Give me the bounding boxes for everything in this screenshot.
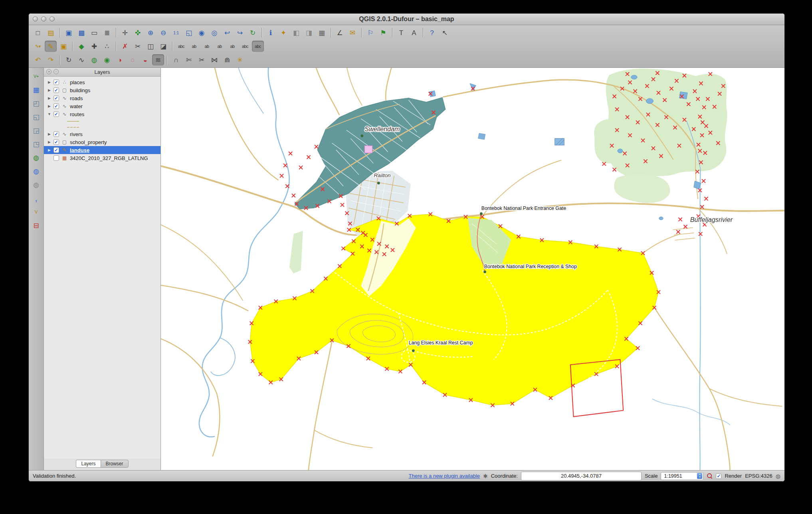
expander-icon[interactable]: ▶ xyxy=(47,96,51,100)
coordinate-input[interactable] xyxy=(521,472,642,480)
composer-manager-button[interactable]: ≣ xyxy=(101,27,113,38)
save-layer-edits-button[interactable]: ▣ xyxy=(57,41,69,52)
deselect-features-button[interactable]: ◨ xyxy=(303,27,315,38)
layer-checkbox[interactable]: ✓ xyxy=(53,79,59,85)
close-button[interactable] xyxy=(33,16,38,22)
minimize-button[interactable] xyxy=(41,16,46,22)
map-canvas[interactable]: SwellendamRailtonBuffeljagsrivierBontebo… xyxy=(161,68,784,470)
delete-part-button[interactable]: ◒ xyxy=(139,54,151,65)
add-mssql-layer-button[interactable]: ◲ xyxy=(30,125,42,136)
layer-checkbox[interactable]: ✓ xyxy=(53,131,59,137)
layer-checkbox[interactable]: ✓ xyxy=(53,139,59,145)
zoom-button[interactable] xyxy=(50,16,55,22)
layer-checkbox[interactable] xyxy=(53,155,59,161)
select-features-button[interactable]: ◧ xyxy=(290,27,302,38)
add-postgis-layer-button[interactable]: ◰ xyxy=(30,97,42,109)
layer-item-routes[interactable]: ▼✓∿routes xyxy=(44,110,160,118)
crs-icon[interactable]: ◍ xyxy=(776,473,780,479)
run-feature-action-button[interactable]: ✦ xyxy=(277,27,289,38)
expander-icon[interactable]: ▶ xyxy=(47,140,51,144)
layer-item-buildings[interactable]: ▶✓▢buildings xyxy=(44,86,160,94)
layer-item-roads[interactable]: ▶✓∿roads xyxy=(44,94,160,102)
delete-ring-button[interactable]: ◌ xyxy=(127,54,139,65)
add-raster-layer-button[interactable]: ▦ xyxy=(30,84,42,96)
add-part-button[interactable]: ◉ xyxy=(101,54,113,65)
paste-features-button[interactable]: ◪ xyxy=(157,41,169,52)
text-annotation-button[interactable]: T xyxy=(395,27,407,38)
delete-selected-button[interactable]: ✗ xyxy=(119,41,131,52)
layer-item-water[interactable]: ▶✓∿water xyxy=(44,102,160,110)
add-wfs-layer-button[interactable]: ◍ xyxy=(30,179,42,191)
scale-combo[interactable]: 1:19951 ▴▾ xyxy=(661,472,703,480)
zoom-last-button[interactable]: ↩ xyxy=(221,27,233,38)
open-project-button[interactable]: ▤ xyxy=(45,27,57,38)
add-feature-button[interactable]: ◆ xyxy=(75,41,87,52)
label-show-hide-button[interactable]: ab xyxy=(226,41,238,52)
pan-to-selection-button[interactable]: ✜ xyxy=(132,27,144,38)
expander-icon[interactable]: ▶ xyxy=(47,88,51,92)
simplify-feature-button[interactable]: ∿ xyxy=(75,54,87,65)
expander-icon[interactable]: ▼ xyxy=(47,112,51,116)
split-features-button[interactable]: ✂ xyxy=(196,54,208,65)
layer-checkbox[interactable]: ✓ xyxy=(53,111,59,117)
render-checkbox[interactable]: ✓ xyxy=(716,473,721,479)
new-print-composer-button[interactable]: ▭ xyxy=(88,27,100,38)
merge-features-button[interactable]: ⋈ xyxy=(208,54,220,65)
layer-checkbox[interactable]: ✓ xyxy=(53,103,59,109)
split-parts-button[interactable]: ✄ xyxy=(183,54,195,65)
label-properties-button[interactable]: abc xyxy=(252,41,264,52)
expander-icon[interactable]: ▶ xyxy=(47,104,51,108)
zoom-in-button[interactable]: ⊕ xyxy=(145,27,156,38)
toggle-editing-button[interactable]: ✎ xyxy=(45,41,57,52)
zoom-to-layer-button[interactable]: ◎ xyxy=(208,27,220,38)
panel-float-icon[interactable]: ◦ xyxy=(53,69,59,74)
layer-checkbox[interactable]: ✓ xyxy=(53,87,59,93)
expander-icon[interactable]: ▶ xyxy=(47,132,51,136)
tab-browser[interactable]: Browser xyxy=(101,460,129,468)
layer-checkbox[interactable]: ✓ xyxy=(53,95,59,101)
add-vector-layer-button[interactable]: V+ xyxy=(30,70,42,82)
plugin-icon[interactable]: ✱ xyxy=(483,473,488,479)
rotate-feature-button[interactable]: ↻ xyxy=(63,54,75,65)
current-edits-button[interactable]: ✎▾ xyxy=(32,41,44,52)
help-button[interactable]: ? xyxy=(426,27,438,38)
new-project-button[interactable]: □ xyxy=(32,27,44,38)
fill-ring-button[interactable]: ◑ xyxy=(114,54,126,65)
map-area[interactable]: SwellendamRailtonBuffeljagsrivierBontebo… xyxy=(161,68,784,470)
layer-labeling-options-button[interactable]: abc xyxy=(175,41,187,52)
redo-button[interactable]: ↷ xyxy=(45,54,57,65)
expander-icon[interactable]: ▶ xyxy=(47,148,51,152)
save-project-as-button[interactable]: ▩ xyxy=(75,27,87,38)
show-bookmarks-button[interactable]: ⚐ xyxy=(364,27,376,38)
open-attribute-table-button[interactable]: ▦ xyxy=(316,27,328,38)
zoom-out-button[interactable]: ⊖ xyxy=(157,27,169,38)
layer-item-places[interactable]: ▶✓∴places xyxy=(44,78,160,86)
merge-attributes-button[interactable]: ⋒ xyxy=(221,54,233,65)
add-ring-button[interactable]: ◍ xyxy=(88,54,100,65)
measure-line-button[interactable]: ∠ xyxy=(334,27,346,38)
undo-button[interactable]: ↶ xyxy=(32,54,44,65)
save-project-button[interactable]: ▣ xyxy=(63,27,75,38)
layer-checkbox[interactable]: ✓ xyxy=(53,147,59,153)
label-pin-button[interactable]: ab xyxy=(214,41,226,52)
label-move-button[interactable]: ab xyxy=(188,41,200,52)
label-highlight-button[interactable]: abc xyxy=(239,41,251,52)
whats-this-button[interactable]: ↖ xyxy=(439,27,451,38)
offset-curve-button[interactable]: ≋ xyxy=(152,54,164,65)
pan-map-button[interactable]: ✛ xyxy=(119,27,131,38)
add-delimited-text-layer-button[interactable]: , xyxy=(30,192,42,204)
tab-layers[interactable]: Layers xyxy=(76,460,100,468)
add-wms-layer-button[interactable]: ◍ xyxy=(30,152,42,164)
remove-layer-button[interactable]: ⊟ xyxy=(30,219,42,231)
copy-features-button[interactable]: ◫ xyxy=(145,41,156,52)
plugin-link[interactable]: There is a new plugin available xyxy=(409,473,480,479)
rotate-point-symbols-button[interactable]: ✳ xyxy=(234,54,246,65)
move-feature-button[interactable]: ✚ xyxy=(88,41,100,52)
expander-icon[interactable]: ▶ xyxy=(47,80,51,84)
cut-features-button[interactable]: ✂ xyxy=(132,41,144,52)
zoom-full-button[interactable]: ◱ xyxy=(183,27,195,38)
layer-item-school_property[interactable]: ▶✓▢school_property xyxy=(44,138,160,146)
map-tips-button[interactable]: ✉ xyxy=(347,27,358,38)
layer-item-3420C_2010_327_RGB_LATLNG[interactable]: ▦3420C_2010_327_RGB_LATLNG xyxy=(44,154,160,162)
add-wcs-layer-button[interactable]: ◍ xyxy=(30,165,42,177)
